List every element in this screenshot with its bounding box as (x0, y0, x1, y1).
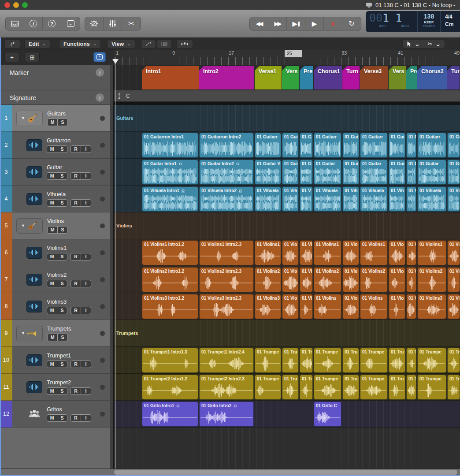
audio-region[interactable]: 01 Tr (300, 348, 313, 373)
marker-region[interactable]: Vers (389, 66, 406, 89)
audio-region[interactable]: 01 Vih (282, 186, 299, 212)
marker-region[interactable]: Intro2 (199, 66, 254, 89)
disclosure-triangle-icon[interactable]: ▼ (21, 116, 25, 120)
marker-region[interactable]: Verse1 (255, 66, 282, 89)
record-arm-button[interactable]: R (70, 307, 81, 314)
audio-region[interactable]: 01 V (300, 186, 313, 212)
audio-region[interactable]: 01 T (406, 375, 416, 400)
track-icon-box[interactable]: ▼ (16, 326, 43, 341)
audio-region[interactable]: 01 Vi (300, 267, 313, 292)
audio-region[interactable]: 01 Vi (300, 294, 313, 319)
solo-button[interactable]: S (57, 253, 67, 260)
audio-region[interactable]: 01 Vi (447, 240, 460, 265)
audio-region[interactable]: 01 Grito Intro2Ω (199, 402, 254, 427)
record-arm-button[interactable]: R (70, 387, 81, 395)
audio-region[interactable]: 01 Trumpe (255, 348, 281, 373)
audio-region[interactable]: 01 Vihuela (417, 186, 446, 212)
track-row-guitars[interactable]: 1▼GuitarsMS (0, 105, 110, 132)
disclosure-triangle-icon[interactable]: ▼ (21, 331, 25, 335)
track-row-guitar[interactable]: 3GuitarMSRI (0, 159, 110, 186)
track-row-gritos[interactable]: 12GritosMSRI (0, 401, 110, 428)
cycle-button[interactable]: ↻ (342, 17, 361, 30)
audio-region[interactable]: 01 Vihuela (255, 186, 281, 212)
mute-button[interactable]: M (47, 172, 57, 180)
audio-region[interactable]: 01 Vihuela (314, 186, 341, 212)
audio-region[interactable]: 01 Tr (300, 375, 313, 400)
audio-region[interactable]: 01 Tru (342, 375, 359, 400)
audio-region[interactable]: 01 Violins2 Intro2.3 (199, 267, 254, 292)
audio-region[interactable]: 01 Vio (342, 267, 359, 292)
audio-region[interactable]: 01 Trumpet1 Intro1.3 (142, 348, 198, 373)
audio-region[interactable]: 01 Violins3 Intro1.2 (142, 294, 198, 319)
mute-button[interactable]: M (47, 145, 57, 153)
audio-region[interactable]: 01 Gu (447, 133, 460, 158)
marker-region[interactable]: Pre (406, 66, 417, 89)
left-click-tool-menu[interactable]: ⌄ (403, 40, 424, 48)
audio-region[interactable]: 01 Violins3 (417, 294, 446, 319)
audio-region[interactable]: 01 Gui (342, 160, 359, 185)
panel-divider[interactable] (110, 65, 114, 469)
catch-playhead-button[interactable] (176, 39, 193, 48)
audio-region[interactable]: 01 Trumpe (314, 348, 341, 373)
edit-menu[interactable]: Edit⌄ (24, 39, 50, 48)
flex-button[interactable] (157, 39, 172, 48)
record-arm-button[interactable]: R (70, 414, 81, 422)
library-button[interactable] (6, 17, 24, 30)
input-monitor-button[interactable]: I (81, 199, 91, 207)
audio-region[interactable]: 01 Gui (389, 160, 405, 185)
audio-region[interactable]: 01 G (406, 133, 416, 158)
audio-region[interactable]: 01 Guitarr (314, 133, 341, 158)
solo-button[interactable]: S (57, 334, 68, 341)
audio-region[interactable]: 01 V (406, 186, 416, 212)
audio-region[interactable]: 01 Gui (282, 133, 299, 158)
audio-region[interactable]: 01 Guitar (314, 160, 341, 185)
mute-button[interactable]: M (47, 280, 57, 287)
marker-region[interactable]: Pre (300, 66, 313, 89)
marker-region[interactable]: Chorus1 (314, 66, 342, 89)
disclosure-triangle-icon[interactable]: ▼ (21, 223, 25, 228)
marker-region[interactable]: Verse3 (360, 66, 388, 89)
audio-region[interactable]: 01 V (406, 240, 416, 265)
audio-region[interactable]: 01 Gui (389, 133, 405, 158)
audio-region[interactable]: 01 Violins1 Intro2.3 (199, 240, 254, 265)
audio-region[interactable]: 01 Vi (447, 294, 460, 319)
track-row-guitarron[interactable]: 2GuitarronMSRI (0, 132, 110, 159)
audio-region[interactable]: 01 G (406, 160, 416, 185)
editors-button[interactable]: ✂ (122, 17, 141, 30)
marker-region[interactable]: Vers (282, 66, 299, 89)
solo-button[interactable]: S (57, 307, 67, 314)
command-click-tool-menu[interactable]: ✂ ⌄ (424, 40, 445, 48)
record-arm-button[interactable]: R (70, 199, 81, 207)
track-row-trumpet1[interactable]: 10Trumpet1MSRI (0, 347, 110, 374)
marker-region[interactable]: Intro1 (142, 66, 199, 89)
audio-region[interactable]: 01 Vihuela Intro2Ω (199, 186, 254, 212)
input-monitor-button[interactable]: I (81, 414, 91, 422)
audio-region[interactable]: 01 Violins (314, 294, 341, 319)
input-monitor-button[interactable]: I (81, 307, 91, 314)
audio-region[interactable]: 01 Guitarron Intro2 (199, 133, 254, 158)
audio-region[interactable]: 01 Violins1 (417, 240, 446, 265)
audio-region[interactable]: 01 Guitar V (255, 160, 281, 185)
record-arm-button[interactable]: R (70, 253, 81, 260)
audio-region[interactable]: 01 Tru (389, 348, 405, 373)
add-signature-button[interactable]: + (96, 93, 104, 102)
audio-region[interactable]: 01 Guitar Intro2Ω (199, 160, 254, 185)
audio-region[interactable]: 01 T (406, 348, 416, 373)
audio-region[interactable]: 01 Violins1 (314, 240, 341, 265)
audio-region[interactable]: 01 Violins2 (255, 267, 281, 292)
arrange-area[interactable]: Intro1Intro2Verse1VersPreChorus1TurnVers… (114, 65, 460, 469)
input-monitor-button[interactable]: I (81, 253, 91, 260)
audio-region[interactable]: 01 Gu (447, 160, 460, 185)
audio-region[interactable]: 01 Trumpe (314, 375, 341, 400)
close-window-button[interactable] (4, 2, 10, 8)
audio-region[interactable]: 01 Tru (282, 375, 299, 400)
mute-button[interactable]: M (47, 414, 57, 422)
smart-controls-button[interactable] (85, 17, 104, 30)
horizontal-scrollbar[interactable] (0, 469, 460, 475)
marker-region[interactable]: Turn (342, 66, 360, 89)
add-track-button[interactable]: + (4, 52, 19, 62)
audio-region[interactable]: 01 Vio (389, 294, 405, 319)
signature-track-header[interactable]: Signature + (0, 90, 110, 105)
audio-region[interactable]: 01 Vihuela (360, 186, 388, 212)
audio-region[interactable]: 01 Guitarron Intro1 (142, 133, 198, 158)
